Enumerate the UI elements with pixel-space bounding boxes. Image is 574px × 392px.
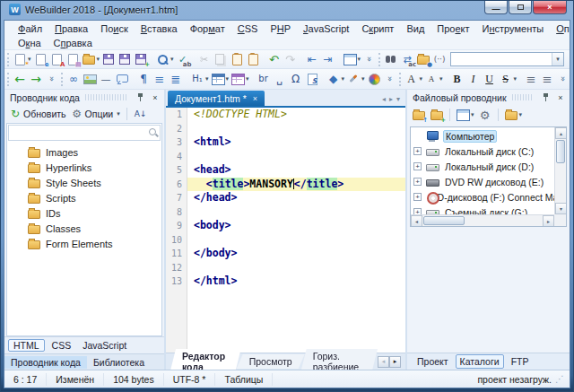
special-char-button[interactable]: Ω: [288, 71, 304, 87]
increase-indent-button[interactable]: ⇥: [320, 51, 336, 67]
spell-check-button[interactable]: ✓ab: [175, 51, 191, 67]
insert-comment-button[interactable]: [114, 71, 130, 87]
browser-preview-button[interactable]: ▾: [342, 51, 362, 67]
save-as-button[interactable]: +: [133, 51, 149, 67]
tree-item[interactable]: Classes: [7, 221, 161, 236]
expander-icon[interactable]: +: [413, 147, 422, 155]
numbered-list-button[interactable]: ≣: [168, 71, 184, 87]
back-button[interactable]: ←: [12, 71, 28, 87]
expander-icon[interactable]: +: [413, 193, 422, 201]
editor-view-tab-1[interactable]: Просмотр: [237, 354, 305, 369]
expander-icon[interactable]: +: [413, 178, 422, 186]
tree-item[interactable]: Images: [7, 144, 161, 160]
menu-item-0-2[interactable]: Поиск: [94, 22, 135, 35]
left-panel-tab-1[interactable]: Библиотека: [87, 356, 151, 369]
validate-document-button[interactable]: A: [48, 51, 65, 67]
toolbar-overflow-button[interactable]: »: [555, 71, 570, 87]
format-brush-button[interactable]: ▾: [345, 71, 366, 87]
open-file-button[interactable]: ▾: [81, 51, 101, 67]
bold-button[interactable]: B: [449, 71, 465, 87]
scrollbar-track[interactable]: [465, 215, 543, 226]
maximize-button[interactable]: [509, 1, 532, 14]
folder-up-button[interactable]: ↑: [411, 107, 427, 123]
menu-item-0-12[interactable]: Опции: [550, 22, 570, 35]
menu-item-0-10[interactable]: Проект: [430, 22, 475, 35]
scroll-up-icon[interactable]: ▴: [555, 127, 567, 139]
font-increase-button[interactable]: A▾: [404, 71, 424, 87]
code-editor[interactable]: 1<!DOCTYPE HTML>23<html>45<head>6 <title…: [166, 108, 405, 353]
menu-item-0-6[interactable]: PHP: [264, 22, 297, 35]
menu-item-1-0[interactable]: Окна: [12, 37, 48, 49]
panel-drag-hatch[interactable]: [85, 94, 128, 100]
toolbar-overflow-button[interactable]: »: [382, 71, 398, 87]
insert-hr-button[interactable]: —: [98, 71, 114, 87]
toolbar-overflow-button[interactable]: »: [361, 51, 378, 67]
options-button[interactable]: ⚙ Опции ▾: [70, 106, 122, 122]
close-panel-button[interactable]: ×: [554, 91, 567, 104]
pin-panel-button[interactable]: [134, 91, 146, 104]
open-in-browser-button[interactable]: e: [32, 51, 48, 67]
menu-item-0-3[interactable]: Вставка: [135, 22, 184, 35]
menu-item-0-9[interactable]: Вид: [400, 22, 430, 35]
close-button[interactable]: ×: [533, 1, 567, 14]
file-tree-row[interactable]: +Локальный диск (D:): [411, 159, 554, 174]
file-tree-row[interactable]: Компьютер: [411, 128, 554, 144]
save-button[interactable]: [100, 51, 117, 67]
new-document-button[interactable]: *▾: [12, 51, 32, 67]
insert-link-button[interactable]: ∞: [65, 71, 82, 87]
find-in-files-button[interactable]: ●: [415, 51, 431, 67]
menu-item-0-7[interactable]: JavaScript: [297, 22, 355, 35]
doc-type-tab-2[interactable]: JavaScript: [78, 340, 131, 351]
replace-button[interactable]: ⇄ac: [399, 51, 415, 67]
find-button[interactable]: [383, 51, 399, 67]
tab-scroll-left-icon[interactable]: ◂: [382, 95, 386, 103]
pin-panel-button[interactable]: [539, 91, 552, 104]
close-tab-icon[interactable]: ×: [253, 94, 257, 103]
scroll-down-icon[interactable]: ▾: [555, 203, 567, 214]
tree-item[interactable]: IDs: [7, 205, 161, 221]
insert-image-button[interactable]: [82, 71, 98, 87]
paragraph-button[interactable]: ¶: [135, 71, 152, 87]
doc-type-tab-1[interactable]: CSS: [48, 340, 76, 351]
insert-script-button[interactable]: S: [304, 71, 320, 87]
editor-view-tab-2[interactable]: Гориз. разбиение: [300, 349, 378, 370]
tree-item[interactable]: Form Elements: [7, 236, 161, 251]
save-all-button[interactable]: [117, 51, 133, 67]
menu-item-0-11[interactable]: Инструменты: [476, 22, 551, 35]
menu-item-0-8[interactable]: Скрипт: [355, 22, 400, 35]
right-panel-tab-2[interactable]: FTP: [508, 355, 533, 368]
panel-drag-hatch[interactable]: [512, 94, 535, 100]
print-document-button[interactable]: ▤: [65, 51, 81, 67]
sort-button[interactable]: A↓: [132, 106, 150, 122]
chevron-down-icon[interactable]: ▾: [552, 53, 563, 65]
search-combobox[interactable]: ▾: [450, 52, 564, 66]
underline-button[interactable]: U: [482, 71, 498, 87]
scroll-left-icon[interactable]: ◂: [378, 356, 389, 368]
tab-scroll-right-icon[interactable]: ▸: [389, 95, 393, 103]
line-break-button[interactable]: br: [256, 71, 272, 87]
nbsp-button[interactable]: ␣: [272, 71, 288, 87]
editor-view-tab-0[interactable]: Редактор кода: [170, 349, 241, 370]
close-panel-button[interactable]: ×: [149, 91, 161, 104]
font-decrease-button[interactable]: A▾: [423, 71, 444, 87]
menu-item-1-1[interactable]: Справка: [48, 37, 99, 49]
refresh-button[interactable]: ↻ Обновить: [8, 106, 68, 122]
tree-item[interactable]: Hyperlinks: [7, 160, 161, 175]
scrollbar-track[interactable]: [555, 164, 566, 203]
tree-item[interactable]: Scripts: [7, 190, 161, 205]
clipboard-button[interactable]: [245, 51, 261, 67]
undo-button[interactable]: ↶: [266, 51, 283, 67]
tree-item[interactable]: Style Sheets: [7, 175, 161, 190]
insert-tag-button[interactable]: ◆▾: [326, 71, 346, 87]
redo-button[interactable]: ↷: [283, 51, 299, 67]
file-tree-row[interactable]: +CD-дисковод (F:) Connect Mana: [411, 189, 554, 205]
bullet-list-button[interactable]: ≡: [152, 71, 168, 87]
resize-grip-icon[interactable]: ⋰: [555, 374, 564, 384]
decrease-indent-button[interactable]: ⇤: [304, 51, 320, 67]
folders-button[interactable]: ▾: [503, 107, 524, 123]
settings-button[interactable]: ⚙: [477, 107, 493, 123]
cut-button[interactable]: ✂: [196, 51, 213, 67]
right-panel-tab-1[interactable]: Каталоги: [456, 354, 504, 369]
color-picker-button[interactable]: [366, 71, 382, 87]
doc-type-tab-0[interactable]: HTML: [8, 339, 45, 352]
